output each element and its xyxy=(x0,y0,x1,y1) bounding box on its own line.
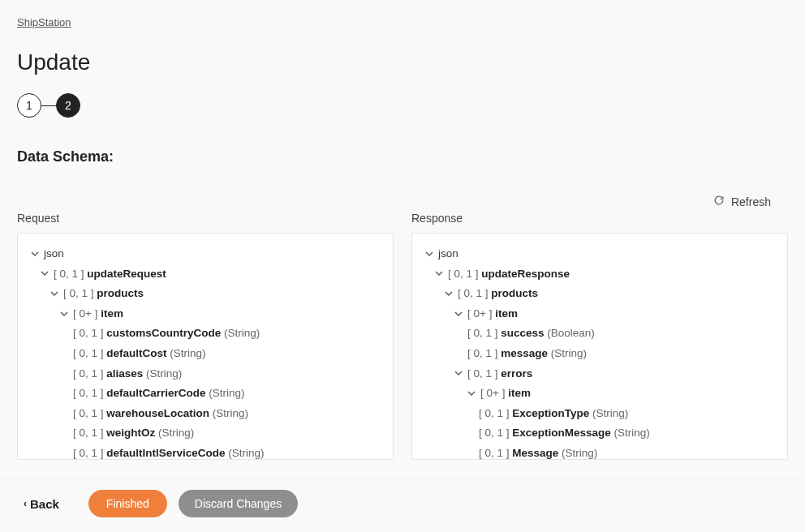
request-tree: json[ 0, 1 ] updateRequest[ 0, 1 ] produ… xyxy=(31,245,380,460)
tree-row-text: [ 0, 1 ] updateResponse xyxy=(448,265,570,283)
tree-row: [ 0, 1 ] Message (String) xyxy=(425,444,774,460)
tree-row-text: json xyxy=(44,245,64,263)
chevron-down-icon[interactable] xyxy=(60,310,68,318)
refresh-icon xyxy=(713,195,725,208)
tree-row-text: [ 0, 1 ] success (Boolean) xyxy=(467,324,595,342)
chevron-down-icon[interactable] xyxy=(31,250,39,258)
tree-row-text: [ 0+ ] item xyxy=(467,305,518,323)
tree-row: [ 0, 1 ] defaultCarrierCode (String) xyxy=(31,384,380,402)
step-1[interactable]: 1 xyxy=(17,93,41,118)
tree-row-text: [ 0, 1 ] products xyxy=(458,285,538,302)
discard-button[interactable]: Discard Changes xyxy=(179,490,298,517)
tree-row-text: [ 0, 1 ] errors xyxy=(467,365,532,383)
request-panel-label: Request xyxy=(17,212,394,225)
step-2[interactable]: 2 xyxy=(56,93,80,118)
step-connector xyxy=(41,105,56,106)
tree-row-text: [ 0, 1 ] defaultIntlServiceCode (String) xyxy=(73,444,265,460)
finished-button[interactable]: Finished xyxy=(88,490,167,517)
step-indicator: 1 2 xyxy=(17,93,788,118)
tree-row[interactable]: json xyxy=(31,245,380,263)
tree-row: [ 0, 1 ] message (String) xyxy=(425,345,774,363)
response-tree: json[ 0, 1 ] updateResponse[ 0, 1 ] prod… xyxy=(425,245,774,460)
refresh-button[interactable]: Refresh xyxy=(713,195,771,208)
chevron-down-icon[interactable] xyxy=(435,269,443,277)
tree-row-text: json xyxy=(438,245,458,263)
back-button[interactable]: ‹ Back xyxy=(17,492,66,516)
chevron-down-icon[interactable] xyxy=(50,290,58,298)
tree-row-text: [ 0, 1 ] warehouseLocation (String) xyxy=(73,405,248,423)
tree-row[interactable]: json xyxy=(425,245,774,263)
tree-row[interactable]: [ 0, 1 ] products xyxy=(31,285,380,302)
tree-row[interactable]: [ 0, 1 ] errors xyxy=(425,365,774,383)
chevron-down-icon[interactable] xyxy=(454,310,463,318)
chevron-down-icon[interactable] xyxy=(425,250,433,258)
section-title: Data Schema: xyxy=(17,148,788,165)
tree-row-text: [ 0, 1 ] updateRequest xyxy=(54,265,166,283)
tree-row-text: [ 0, 1 ] Message (String) xyxy=(479,444,597,460)
footer: ‹ Back Finished Discard Changes xyxy=(0,478,805,532)
tree-row-text: [ 0, 1 ] weightOz (String) xyxy=(73,424,194,442)
tree-row: [ 0, 1 ] defaultIntlServiceCode (String) xyxy=(31,444,380,460)
tree-row-text: [ 0, 1 ] ExceptionMessage (String) xyxy=(479,424,650,442)
tree-row: [ 0, 1 ] customsCountryCode (String) xyxy=(31,324,380,342)
tree-row: [ 0, 1 ] success (Boolean) xyxy=(425,324,774,342)
tree-row[interactable]: [ 0+ ] item xyxy=(425,384,774,402)
tree-row-text: [ 0, 1 ] products xyxy=(63,285,144,302)
tree-row: [ 0, 1 ] warehouseLocation (String) xyxy=(31,405,380,423)
page-title: Update xyxy=(17,49,788,75)
back-button-label: Back xyxy=(30,497,59,511)
request-panel: json[ 0, 1 ] updateRequest[ 0, 1 ] produ… xyxy=(17,233,394,460)
tree-row[interactable]: [ 0+ ] item xyxy=(425,305,774,323)
response-panel: json[ 0, 1 ] updateResponse[ 0, 1 ] prod… xyxy=(411,233,788,460)
chevron-down-icon[interactable] xyxy=(41,269,49,277)
chevron-down-icon[interactable] xyxy=(454,369,463,377)
tree-row-text: [ 0, 1 ] defaultCost (String) xyxy=(73,345,206,363)
tree-row-text: [ 0, 1 ] ExceptionType (String) xyxy=(479,405,628,423)
tree-row: [ 0, 1 ] defaultCost (String) xyxy=(31,345,380,363)
tree-row-text: [ 0, 1 ] customsCountryCode (String) xyxy=(73,324,260,342)
refresh-label: Refresh xyxy=(731,195,771,208)
tree-row[interactable]: [ 0+ ] item xyxy=(31,305,380,323)
tree-row: [ 0, 1 ] aliases (String) xyxy=(31,365,380,383)
chevron-left-icon: ‹ xyxy=(24,498,27,509)
breadcrumb-link[interactable]: ShipStation xyxy=(17,16,71,28)
tree-row: [ 0, 1 ] ExceptionMessage (String) xyxy=(425,424,774,442)
response-panel-label: Response xyxy=(411,212,788,225)
tree-row[interactable]: [ 0, 1 ] updateResponse xyxy=(425,265,774,283)
tree-row: [ 0, 1 ] ExceptionType (String) xyxy=(425,405,774,423)
chevron-down-icon[interactable] xyxy=(445,290,453,298)
tree-row[interactable]: [ 0, 1 ] products xyxy=(425,285,774,302)
tree-row-text: [ 0+ ] item xyxy=(73,305,123,323)
tree-row-text: [ 0, 1 ] defaultCarrierCode (String) xyxy=(73,384,245,402)
tree-row-text: [ 0+ ] item xyxy=(480,384,531,402)
tree-row-text: [ 0, 1 ] aliases (String) xyxy=(73,365,182,383)
tree-row[interactable]: [ 0, 1 ] updateRequest xyxy=(31,265,380,283)
tree-row-text: [ 0, 1 ] message (String) xyxy=(467,345,587,363)
tree-row: [ 0, 1 ] weightOz (String) xyxy=(31,424,380,442)
chevron-down-icon[interactable] xyxy=(467,389,476,397)
